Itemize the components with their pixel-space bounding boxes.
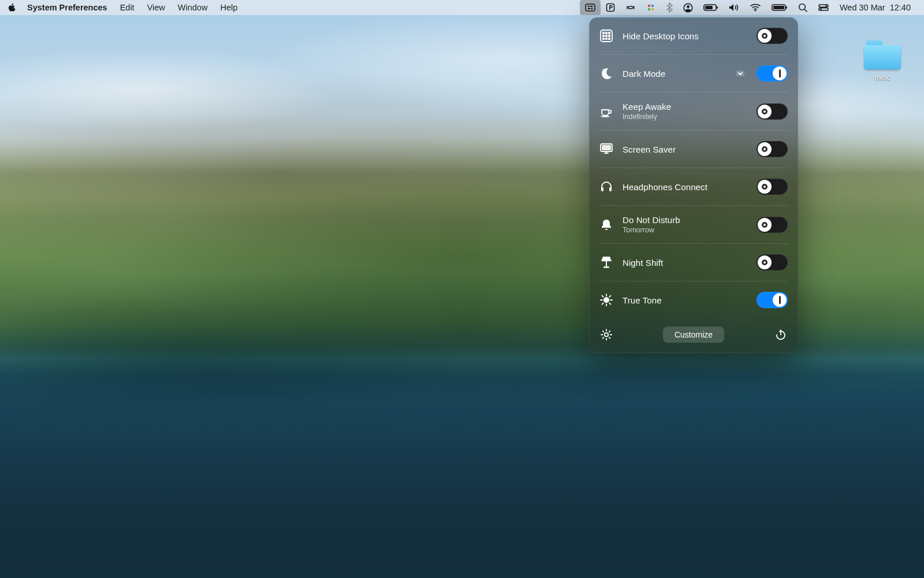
headphones-icon [598,179,614,195]
svg-point-7 [651,5,654,7]
desktop-folder-misc[interactable]: misc [857,40,908,81]
screensaver-icon [598,141,614,157]
svg-rect-18 [773,6,784,9]
wifi-icon [750,3,761,12]
power-icon [774,328,787,341]
row-subtitle: Tomorrow [623,226,748,234]
svg-point-1 [588,6,590,8]
svg-point-22 [825,5,827,7]
menubar-volume-icon[interactable] [724,0,744,15]
svg-line-51 [609,303,610,304]
svg-rect-27 [605,32,608,34]
apple-icon [8,2,16,13]
power-button[interactable] [774,328,788,342]
menubar-user-icon[interactable] [678,0,698,15]
menu-bar-right: Wed 30 Mar 12:40 [580,0,916,15]
row-true-tone[interactable]: True Tone [589,281,798,318]
svg-point-9 [651,8,654,10]
svg-rect-26 [602,32,605,34]
row-screen-saver[interactable]: Screen Saver [589,131,798,168]
svg-point-15 [755,10,757,12]
bell-icon [598,217,614,233]
svg-point-38 [601,116,610,117]
toggle-screen-saver[interactable] [757,141,788,157]
row-dark-mode[interactable]: Dark Mode [589,55,798,92]
row-title: Night Shift [623,258,748,268]
row-headphones-connect[interactable]: Headphones Connect [589,168,798,205]
row-subtitle: Indefinitely [623,113,748,121]
row-hide-desktop-icons[interactable]: Hide Desktop Icons [589,17,798,54]
menubar-date[interactable]: Wed 30 Mar 12:40 [834,0,916,15]
menu-window[interactable]: Window [172,0,214,15]
svg-rect-41 [601,187,603,191]
moon-icon [598,65,614,81]
toggle-headphones-connect[interactable] [757,179,788,195]
svg-rect-42 [609,187,612,191]
menubar-control-center-icon[interactable] [813,0,834,15]
row-title: Hide Desktop Icons [623,31,748,41]
svg-line-52 [602,303,603,304]
svg-rect-29 [602,35,605,37]
svg-point-8 [648,8,650,10]
toggle-night-shift[interactable] [757,254,788,271]
customize-button[interactable]: Customize [663,327,724,343]
menu-view[interactable]: View [141,0,172,15]
settings-button[interactable] [599,328,613,342]
svg-point-54 [605,333,608,336]
search-icon [798,3,808,13]
svg-rect-13 [717,6,718,9]
menu-help[interactable]: Help [214,0,244,15]
desktop: System Preferences Edit View Window Help [0,0,924,578]
gear-icon [600,328,613,341]
svg-rect-4 [587,8,590,9]
svg-rect-37 [736,71,744,76]
menubar-extra-sync-icon[interactable] [620,0,641,15]
svg-line-20 [804,9,807,12]
toggle-dark-mode[interactable] [757,65,788,81]
row-title: Headphones Connect [623,182,748,192]
menu-app-name[interactable]: System Preferences [21,0,114,15]
toggles-panel-icon [585,3,595,12]
menubar-battery2-icon[interactable] [698,0,724,15]
apple-menu[interactable] [8,2,21,13]
panel-footer: Customize [589,318,798,353]
row-keep-awake[interactable]: Keep Awake Indefinitely [589,92,798,130]
svg-rect-40 [602,145,611,150]
row-title: Dark Mode [623,69,726,79]
row-title: Do Not Disturb [623,215,748,225]
menubar-extra-parking-icon[interactable] [601,0,620,15]
row-title: Screen Saver [623,144,748,154]
row-night-shift[interactable]: Night Shift [589,244,798,281]
row-do-not-disturb[interactable]: Do Not Disturb Tomorrow [589,206,798,243]
menubar-extra-app-icon[interactable] [580,0,601,15]
sync-icon [625,3,636,12]
menubar-extra-dots-icon[interactable] [641,0,661,15]
user-circle-icon [683,3,693,13]
chevron-down-icon [736,69,745,78]
toggle-hide-desktop-icons[interactable] [757,28,788,44]
toggle-panel: Hide Desktop Icons Dark Mode Keep Awake … [589,17,798,353]
toggle-do-not-disturb[interactable] [757,217,788,233]
truetone-icon [598,292,614,308]
grid-icon [598,28,614,44]
menubar-wifi-icon[interactable] [744,0,766,15]
svg-point-35 [603,69,604,70]
dark-mode-chevron[interactable] [735,68,746,79]
menubar-spotlight-icon[interactable] [793,0,813,15]
svg-rect-31 [608,35,610,37]
svg-rect-17 [786,6,787,9]
svg-rect-2 [590,6,593,7]
svg-rect-28 [608,32,610,34]
svg-point-36 [602,71,603,72]
menubar-battery-icon[interactable] [766,0,793,15]
svg-point-19 [799,3,806,10]
row-title: True Tone [623,295,748,305]
svg-point-45 [603,297,609,303]
menu-edit[interactable]: Edit [114,0,141,15]
menubar-bluetooth-icon[interactable] [661,0,678,15]
toggle-keep-awake[interactable] [757,103,788,120]
toggle-true-tone[interactable] [757,292,788,308]
control-center-icon [818,4,829,11]
menu-bar-left: System Preferences Edit View Window Help [8,0,244,15]
svg-rect-33 [605,38,608,40]
